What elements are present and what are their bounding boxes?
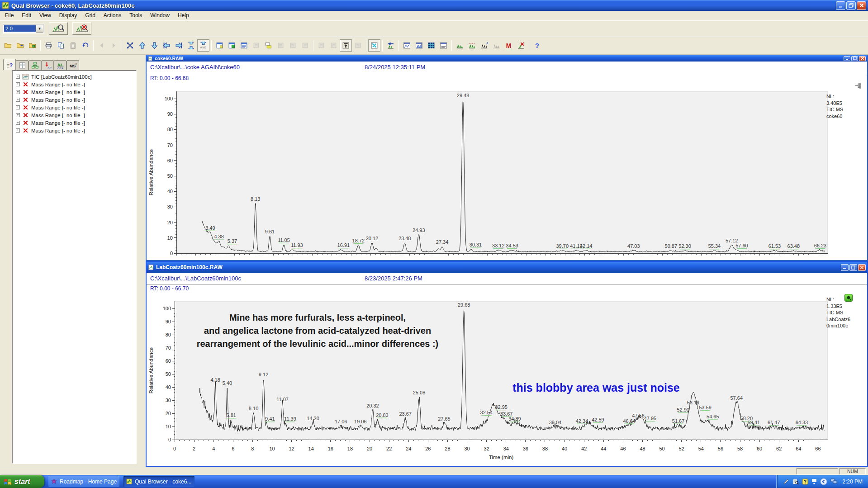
menu-file[interactable]: File <box>1 11 18 19</box>
menu-display[interactable]: Display <box>55 11 81 19</box>
labcoatz-close-button[interactable] <box>858 264 866 271</box>
labcoatz-titlebar[interactable]: LabCoatz60min100c.RAW <box>147 262 867 273</box>
svg-text:23.48: 23.48 <box>398 236 411 241</box>
display-point-to-point-button[interactable] <box>401 39 413 52</box>
tree-item-1[interactable]: +Mass Range [- no file -] <box>14 81 135 88</box>
clear-mass-labels-button[interactable] <box>515 39 527 52</box>
tree-item-2[interactable]: +Mass Range [- no file -] <box>14 88 135 96</box>
mass-tolerance-combo[interactable]: 2.0 ▼ <box>3 24 44 33</box>
svg-text:5.81: 5.81 <box>227 412 236 418</box>
reset-zoom-chromatogram-button[interactable] <box>72 22 91 35</box>
display-profile-button[interactable] <box>413 39 425 52</box>
menu-tools[interactable]: Tools <box>125 11 146 19</box>
open-sequence-button[interactable] <box>14 39 26 52</box>
expand-icon[interactable]: + <box>16 105 20 109</box>
zoom-in-chromatogram-button[interactable] <box>49 22 68 35</box>
coke60-close-button[interactable] <box>859 56 866 61</box>
network-status-icon[interactable] <box>830 479 838 485</box>
coke60-chromatogram[interactable]: 0102030405060708090100Relative Abundance… <box>147 82 867 260</box>
tree-item-5[interactable]: +Mass Range [- no file -] <box>14 111 135 119</box>
expand-icon[interactable]: + <box>16 98 20 102</box>
hidden-icons-button[interactable] <box>811 479 817 485</box>
svg-text:20: 20 <box>166 411 171 416</box>
pan-right-button[interactable] <box>173 39 185 52</box>
menu-grid[interactable]: Grid <box>81 11 100 19</box>
expand-icon[interactable]: + <box>16 75 20 79</box>
display-grid-button[interactable] <box>425 39 437 52</box>
scroll-up-button[interactable] <box>136 39 148 52</box>
help-button[interactable]: ? <box>531 39 543 52</box>
expand-icon[interactable]: + <box>16 128 20 133</box>
tree-item-3[interactable]: +Mass Range [- no file -] <box>14 96 135 104</box>
tab-msn[interactable]: MSn <box>66 60 79 70</box>
log-viewer-icon[interactable] <box>792 479 799 485</box>
window-title: Qual Browser - coke60, LabCoatz60min100c <box>11 2 134 9</box>
normalize-0-100-button[interactable]: 0-100 <box>197 39 209 52</box>
tree-item-0[interactable]: +TIC [LabCoatz60min100c] <box>14 73 135 81</box>
expand-icon[interactable]: + <box>16 121 20 125</box>
print-button[interactable] <box>43 39 55 52</box>
pin-cell-button[interactable] <box>262 39 275 52</box>
menu-view[interactable]: View <box>35 11 55 19</box>
pan-left-button[interactable] <box>161 39 173 52</box>
open-raw-file-button[interactable] <box>2 39 14 52</box>
menu-actions[interactable]: Actions <box>100 11 125 19</box>
svg-text:4.18: 4.18 <box>210 377 220 383</box>
next-view-icon <box>110 42 118 49</box>
tab-method[interactable] <box>28 60 41 70</box>
labcoatz-header: C:\Xcalibur\...\LabCoatz60min100c 8/23/2… <box>147 273 867 284</box>
mass-labels-button[interactable]: M <box>503 39 515 52</box>
expand-icon[interactable]: + <box>16 82 20 86</box>
tab-info[interactable]: ? <box>3 59 16 70</box>
taskbar-task-qual-browser[interactable]: Qual Browser - coke6... <box>123 476 194 487</box>
tree-item-6[interactable]: +Mass Range [- no file -] <box>14 119 135 127</box>
reset-scale-button[interactable] <box>368 39 380 52</box>
cell-properties-button[interactable] <box>238 39 250 52</box>
restore-button[interactable] <box>846 1 856 10</box>
taskbar-task-roadmap[interactable]: Roadmap - Home Page <box>48 476 119 487</box>
labcoatz-chromatogram[interactable]: 0102030405060708090100Relative Abundance… <box>147 293 867 466</box>
tree-item-7[interactable]: +Mass Range [- no file -] <box>14 127 135 134</box>
chromatogram-view-button[interactable] <box>454 39 466 52</box>
pen-tool-icon[interactable] <box>783 479 789 485</box>
coke60-minimize-button[interactable] <box>844 56 850 61</box>
expand-icon[interactable]: + <box>16 113 20 117</box>
insert-cell-button[interactable] <box>226 39 238 52</box>
tab-spectrum-ranges[interactable]: A,Y,Z <box>41 60 54 70</box>
language-bar-icon[interactable] <box>820 478 827 485</box>
display-list-button[interactable] <box>437 39 450 52</box>
menu-help[interactable]: Help <box>174 11 193 19</box>
map-view-button[interactable]: A <box>478 39 490 52</box>
svg-text:40: 40 <box>167 189 173 194</box>
ms-map-view-button <box>490 39 503 52</box>
close-button[interactable] <box>857 1 866 10</box>
coke60-titlebar[interactable]: coke60.RAW <box>147 55 867 62</box>
cell-layout-button[interactable] <box>213 39 226 52</box>
minimize-button[interactable] <box>836 1 845 10</box>
maximize-cell-button[interactable] <box>124 39 136 52</box>
fix-scale-button[interactable] <box>340 39 352 52</box>
tab-table[interactable] <box>16 60 28 70</box>
open-result-file-button[interactable] <box>26 39 38 52</box>
labcoatz-maximize-button[interactable] <box>849 264 857 271</box>
coke60-maximize-button[interactable] <box>851 56 858 61</box>
undo-button[interactable] <box>79 39 91 52</box>
menu-edit[interactable]: Edit <box>18 11 35 19</box>
expand-vertical-button[interactable] <box>185 39 197 52</box>
labcoatz-minimize-button[interactable] <box>841 264 849 271</box>
svg-text:51.67: 51.67 <box>672 418 685 424</box>
num-lock-indicator: NUM <box>840 468 866 474</box>
help-tray-icon[interactable]: ? <box>802 479 808 485</box>
tree-item-4[interactable]: +Mass Range [- no file -] <box>14 104 135 111</box>
previous-zoom-button[interactable] <box>384 39 397 52</box>
scroll-down-button[interactable] <box>148 39 161 52</box>
pin-icon[interactable] <box>855 82 863 89</box>
tab-chromatogram-ranges[interactable]: A,Y,Z <box>54 60 66 70</box>
expand-icon[interactable]: + <box>16 90 20 94</box>
start-button[interactable]: start <box>0 475 44 488</box>
spectrum-view-button[interactable] <box>466 39 478 52</box>
menu-window[interactable]: Window <box>146 11 174 19</box>
copy-button[interactable] <box>55 39 67 52</box>
chevron-down-icon[interactable]: ▼ <box>36 25 43 33</box>
active-cell-icon[interactable] <box>844 294 853 302</box>
